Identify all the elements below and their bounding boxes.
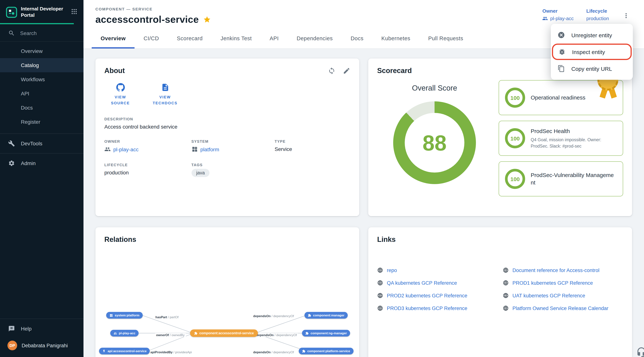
link-prod2-kubernetes[interactable]: PROD2 kubernetes GCP Reference	[377, 291, 498, 300]
menu-item-unregister-entity[interactable]: Unregister entity	[551, 27, 633, 43]
link-repo[interactable]: repo	[377, 265, 498, 275]
menu-item-inspect-entity[interactable]: Inspect entity	[553, 45, 630, 59]
sidebar-search[interactable]: Search	[0, 24, 84, 42]
node-component-platform-service[interactable]: component:platform-service	[299, 348, 354, 354]
help-chat-icon	[8, 325, 15, 332]
headset-icon[interactable]	[636, 347, 644, 357]
view-techdocs-link[interactable]: VIEW TECHDOCS	[150, 83, 180, 106]
api-icon	[102, 349, 106, 353]
gear-icon	[8, 160, 15, 166]
search-icon	[8, 30, 15, 36]
refresh-icon[interactable]	[328, 67, 336, 74]
overall-score-value: 88	[393, 101, 476, 184]
sidebar-item-workflows[interactable]: Workflows	[0, 72, 84, 86]
about-title: About	[104, 67, 125, 75]
github-icon	[116, 83, 125, 92]
view-source-link[interactable]: VIEW SOURCE	[106, 83, 135, 106]
sidebar-item-devtools[interactable]: DevTools	[0, 136, 84, 151]
node-pl-play-acc[interactable]: pl-play-acc	[110, 330, 139, 336]
owner-field: OWNER pl-play-acc	[104, 139, 191, 152]
links-title: Links	[377, 236, 396, 244]
owner-label: Owner	[542, 8, 574, 14]
component-icon	[308, 314, 311, 317]
help-label: Help	[21, 326, 32, 332]
menu-item-copy-entity-url[interactable]: Copy entity URL	[551, 60, 633, 77]
lifecycle-group: Lifecycle production	[586, 8, 609, 21]
link-doc-reference[interactable]: Document reference for Access-control	[503, 265, 623, 275]
user-profile[interactable]: DP Debabrata Panigrahi	[0, 336, 84, 357]
devtools-label: DevTools	[21, 140, 42, 146]
relations-card: Relations hasPart / partOf ownerOf / own…	[96, 227, 359, 357]
tab-jenkins-test[interactable]: Jenkins Test	[212, 28, 261, 48]
owner-link[interactable]: pl-play-acc	[550, 16, 574, 21]
system-icon	[110, 314, 113, 317]
sidebar-item-overview[interactable]: Overview	[0, 44, 84, 58]
node-component-ng-manager[interactable]: component:ng-manager	[302, 330, 350, 336]
overall-score-donut: 88	[393, 101, 476, 184]
node-system-platform[interactable]: system:platform	[106, 312, 143, 318]
sidebar-item-admin[interactable]: Admin	[0, 156, 84, 171]
avatar: DP	[8, 340, 17, 350]
link-prod1-kubernetes[interactable]: PROD1 kubernetes GCP Reference	[503, 278, 623, 288]
node-api-accesscontrol-service[interactable]: api:accesscontrol-service	[99, 348, 150, 354]
link-prod3-kubernetes[interactable]: PROD3 kubernetes GCP Reference	[377, 303, 498, 313]
tag-chip-java[interactable]: java	[191, 169, 210, 177]
scorecard-title: Scorecard	[377, 67, 412, 75]
sidebar-item-api[interactable]: API	[0, 86, 84, 100]
more-options-button[interactable]	[622, 11, 630, 21]
edge-label: hasPart / partOf	[154, 315, 180, 319]
sidebar-item-help[interactable]: Help	[0, 321, 84, 336]
edit-pencil-icon[interactable]	[343, 67, 350, 74]
entity-context-menu: Unregister entity Inspect entity Copy en…	[551, 24, 633, 80]
tab-api[interactable]: API	[261, 28, 288, 48]
link-uat-kubernetes[interactable]: UAT kubernetes GCP Reference	[503, 291, 623, 300]
component-icon	[306, 332, 309, 335]
relations-edges	[96, 227, 359, 357]
link-release-calendar[interactable]: Platform Owned Service Release Calendar	[503, 303, 623, 313]
edge-label: apiProvidedBy / providesApi	[149, 350, 193, 354]
edge-label: dependsOn / dependencyOf	[252, 350, 295, 354]
divider	[0, 134, 84, 134]
scorecard-card: Scorecard Tier Overall Score 88	[368, 58, 632, 216]
globe-icon	[377, 280, 383, 286]
tab-overview[interactable]: Overview	[92, 28, 135, 48]
node-component-accesscontrol-service[interactable]: component:accesscontrol-service	[190, 330, 258, 337]
link-qa-kubernetes[interactable]: QA kubernetes GCP Reference	[377, 278, 498, 288]
sidebar-item-docs[interactable]: Docs	[0, 100, 84, 115]
tab-kubernetes[interactable]: Kubernetes	[372, 28, 419, 48]
description-label: DESCRIPTION	[104, 117, 350, 121]
app-root: Internal Developer Portal Search Overvie…	[0, 0, 644, 357]
tags-field: TAGS java	[191, 163, 275, 177]
globe-icon	[377, 305, 383, 311]
tab-cicd[interactable]: CI/CD	[135, 28, 168, 48]
score-item-prodsec-vulnerability[interactable]: 100 ProdSec-Vulnerability Management	[499, 161, 623, 196]
score-value: 100	[505, 88, 525, 108]
favorite-star-icon[interactable]	[203, 16, 211, 24]
bug-icon	[558, 48, 566, 56]
sidebar-item-register[interactable]: Register	[0, 115, 84, 129]
component-icon	[302, 349, 306, 353]
group-icon	[104, 146, 111, 152]
tab-scorecard[interactable]: Scorecard	[168, 28, 212, 48]
tab-docs[interactable]: Docs	[342, 28, 372, 48]
lifecycle-field: LIFECYCLE production	[104, 163, 191, 177]
score-item-prodsec-health[interactable]: 100 ProdSec Health Q4 Goal, mission impo…	[499, 121, 623, 156]
portal-logo	[6, 7, 17, 18]
apps-grid-icon[interactable]	[70, 8, 78, 17]
edge-label: dependsOn / dependencyOf	[252, 314, 295, 318]
overall-score-label: Overall Score	[412, 84, 457, 92]
description-value: Access control backend service	[104, 124, 350, 130]
tab-pull-requests[interactable]: Pull Requests	[419, 28, 472, 48]
node-component-manager[interactable]: component:manager	[304, 312, 348, 318]
tab-dependencies[interactable]: Dependencies	[288, 28, 342, 48]
admin-label: Admin	[21, 160, 36, 166]
lifecycle-value: production	[586, 16, 609, 21]
links-card: Links repo QA kubernetes GCP Reference	[368, 227, 632, 357]
page-title: accesscontrol-service	[96, 14, 199, 25]
globe-icon	[503, 267, 509, 273]
sidebar-item-catalog[interactable]: Catalog	[0, 58, 84, 72]
about-owner-link[interactable]: pl-play-acc	[113, 146, 138, 152]
component-icon	[194, 332, 198, 335]
about-system-link[interactable]: platform	[200, 146, 219, 152]
globe-icon	[503, 280, 509, 286]
